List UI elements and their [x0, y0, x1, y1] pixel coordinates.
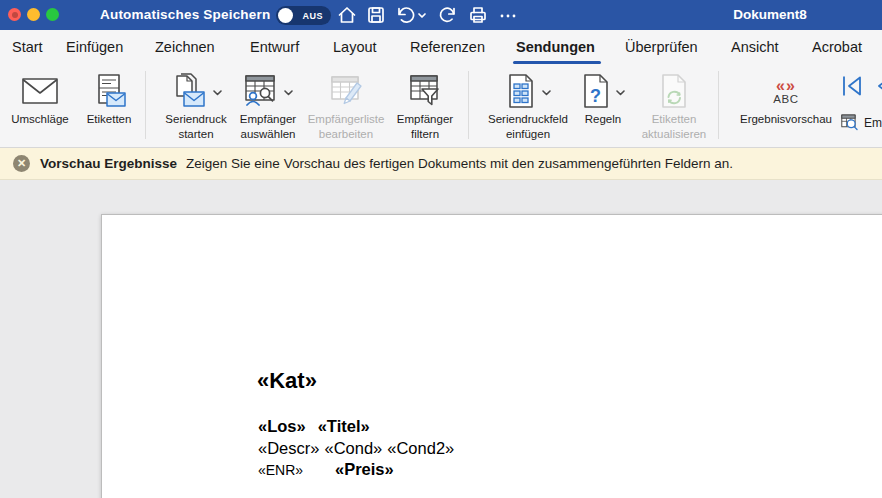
merge-field-descr: «Descr» [258, 439, 319, 457]
tab-referenzen[interactable]: Referenzen [410, 39, 485, 55]
ergebnisvorschau-button[interactable]: «» ABC Ergebnisvorschau [728, 70, 844, 144]
merge-field-cond2: «Cond2» [387, 439, 454, 457]
ribbon: Umschläge Etiketten Serien [0, 65, 882, 148]
first-record-icon[interactable] [840, 73, 864, 99]
seriendruck-starten-button[interactable]: Seriendruck starten [150, 70, 242, 144]
document-page[interactable]: «Kat» «Los»«Titel» «Descr»«Cond»«Cond2» … [101, 214, 882, 498]
labels-icon [91, 73, 127, 109]
autosave-toggle[interactable]: AUS [276, 6, 331, 25]
tab-start[interactable]: Start [12, 39, 43, 55]
document-area: «Kat» «Los»«Titel» «Descr»«Cond»«Cond2» … [0, 180, 882, 498]
empfaengerliste-bearbeiten-button: Empfängerliste bearbeiten [306, 70, 386, 144]
tab-sendungen[interactable]: Sendungen [516, 39, 595, 55]
minimize-window-button[interactable] [27, 8, 40, 21]
ribbon-group-divider [718, 71, 719, 139]
status-message-bar: ✕ Vorschau Ergebnisse Zeigen Sie eine Vo… [0, 148, 882, 180]
close-window-button[interactable] [8, 8, 21, 21]
status-message: Zeigen Sie eine Vorschau des fertigen Do… [186, 156, 733, 171]
ribbon-tab-bar: Start Einfügen Zeichnen Entwurf Layout R… [0, 30, 882, 65]
start-mail-merge-icon [170, 73, 208, 109]
regeln-button[interactable]: ? Regeln [574, 70, 632, 144]
word-window: { "titlebar": { "autosave_label": "Autom… [0, 0, 882, 498]
autosave-state: AUS [302, 11, 323, 21]
preview-results-icon: «» ABC [773, 70, 798, 112]
merge-field-enr: «ENR» [258, 462, 303, 478]
redo-icon [438, 5, 458, 25]
seriendruckfeld-einfuegen-button[interactable]: Seriendruckfeld einfügen [476, 70, 580, 144]
save-icon [366, 5, 386, 25]
svg-text:?: ? [590, 86, 601, 106]
ribbon-group-divider [468, 71, 469, 139]
status-x-circle-icon: ✕ [13, 155, 30, 172]
status-title: Vorschau Ergebnisse [40, 156, 177, 171]
merge-field-los: «Los» [258, 417, 306, 435]
home-icon [337, 5, 357, 25]
more-icon [498, 5, 518, 25]
update-labels-icon [659, 73, 689, 109]
title-bar: Automatisches Speichern AUS Dokument8 [0, 0, 882, 30]
insert-merge-field-icon [505, 73, 537, 109]
tab-acrobat[interactable]: Acrobat [812, 39, 862, 55]
dropdown-chevron-icon [542, 82, 551, 100]
document-title: Dokument8 [715, 7, 825, 22]
active-tab-underline [513, 61, 601, 64]
merge-field-titel: «Titel» [318, 417, 370, 435]
tab-zeichnen[interactable]: Zeichnen [155, 39, 215, 55]
save-button[interactable] [366, 5, 386, 25]
filter-recipients-icon [407, 73, 443, 109]
umschlaege-button[interactable]: Umschläge [6, 70, 74, 144]
tab-einfuegen[interactable]: Einfügen [66, 39, 123, 55]
find-recipient-icon [841, 111, 859, 134]
etiketten-button[interactable]: Etiketten [76, 70, 142, 144]
empfaenger-auswaehlen-button[interactable]: Empfänger auswählen [230, 70, 306, 144]
autosave-label: Automatisches Speichern [100, 7, 270, 22]
tab-ueberpruefen[interactable]: Überprüfen [625, 39, 698, 55]
rules-icon: ? [581, 73, 611, 109]
more-toolbar-button[interactable] [498, 5, 518, 25]
merge-field-line-enr-preis[interactable]: «ENR» «Preis» [258, 462, 558, 482]
tab-ansicht[interactable]: Ansicht [731, 39, 779, 55]
merge-field-line-descr[interactable]: «Descr»«Cond»«Cond2» [258, 439, 459, 458]
etiketten-aktualisieren-button: Etiketten aktualisieren [632, 70, 716, 144]
undo-dropdown-chevron-icon[interactable] [417, 5, 427, 25]
record-navigation [840, 73, 882, 103]
envelope-icon [21, 76, 59, 106]
tab-entwurf[interactable]: Entwurf [250, 39, 299, 55]
merge-field-kat[interactable]: «Kat» [257, 368, 317, 394]
toggle-knob-icon [278, 8, 293, 23]
empfaenger-filtern-button[interactable]: Empfänger filtern [388, 70, 462, 144]
ribbon-group-divider [145, 71, 146, 139]
previous-record-icon-partial[interactable] [874, 73, 882, 99]
merge-field-line-los-titel[interactable]: «Los»«Titel» [258, 417, 370, 436]
merge-field-preis: «Preis» [335, 460, 394, 479]
print-button[interactable] [468, 5, 488, 25]
dropdown-chevron-icon [284, 82, 293, 100]
home-button[interactable] [337, 5, 357, 25]
edit-recipient-list-icon [328, 73, 364, 109]
dropdown-chevron-icon [213, 82, 222, 100]
undo-icon [395, 5, 415, 25]
print-icon [468, 5, 488, 25]
find-recipient-partial[interactable]: Em [841, 111, 882, 134]
merge-field-cond: «Cond» [324, 439, 382, 457]
zoom-window-button[interactable] [46, 8, 59, 21]
redo-button[interactable] [438, 5, 458, 25]
dropdown-chevron-icon [616, 82, 625, 100]
select-recipients-icon [243, 73, 279, 109]
tab-layout[interactable]: Layout [333, 39, 377, 55]
undo-button[interactable] [395, 5, 415, 25]
